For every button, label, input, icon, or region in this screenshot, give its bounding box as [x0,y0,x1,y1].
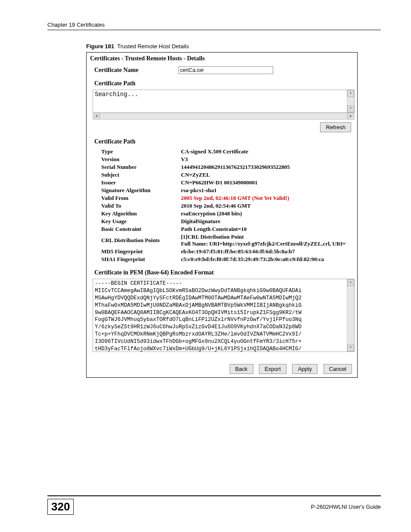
scroll-down-icon[interactable]: ▾ [347,345,354,352]
scroll-left-icon[interactable]: ◂ [93,113,100,119]
scroll-right-icon[interactable]: ▸ [347,113,354,119]
pem-text: -----BEGIN CERTIFICATE----- MIICvTCCAmeg… [95,280,302,352]
cert-name-input[interactable] [178,66,273,74]
pem-textarea[interactable]: -----BEGIN CERTIFICATE----- MIICvTCCAmeg… [93,279,355,352]
cert-path-label: Certificate Path [94,80,355,87]
validto-value: 2010 Sep 2nd, 02:54:46 GMT [181,202,355,210]
type-label: Type [101,148,181,156]
figure-title: Trusted Remote Host Details [117,43,189,50]
cert-path-box[interactable]: Searching... ▴ ▾ [93,90,355,113]
chapter-header: Chapter 19 Certificates [47,22,381,28]
validfrom-label: Valid From [101,194,181,202]
figure-caption: Figure 181 Trusted Remote Host Details [86,43,381,50]
export-button[interactable]: Export [259,364,286,374]
type-value: CA-signed X.509 Certificate [181,148,355,156]
validto-label: Valid To [101,202,181,210]
breadcrumb: Certificates - Trusted Remote Hosts - De… [90,55,355,62]
scrollbar-vertical[interactable]: ▴ ▾ [347,90,354,112]
issuer-value: CN=P662HW-D1 001349000001 [181,179,355,187]
subject-value: CN=ZyZEL [181,171,355,179]
sha1-value: c5:c0:e9:bd:fe:f0:8f:7d:35:29:49:73:2b:0… [181,255,355,263]
crl-label: CRL Distribution Points [101,236,181,244]
page-footer: 320 P-2602HWLNI User's Guide [47,493,381,515]
scroll-down-icon[interactable]: ▾ [347,106,354,112]
pem-label: Certificate in PEM (Base-64) Encoded For… [94,269,355,276]
md5-value: eb:be:19:67:f5:81:ff:be:85:63:66:ff:6d:5… [181,248,355,255]
scrollbar-horizontal[interactable]: ◂ ▸ [93,113,355,120]
pem-scrollbar[interactable]: ▴▾ [347,279,354,352]
figure-screenshot: Certificates - Trusted Remote Hosts - De… [86,52,358,378]
header-rule [47,30,381,30]
md5-label: MD5 Fingerprint [101,248,181,255]
figure-number: Figure 181 [86,43,114,50]
cert-name-label: Certificate Name [94,67,178,74]
cert-path-text: Searching... [95,91,138,98]
sigalg-label: Signature Algorithm [101,187,181,194]
scroll-up-icon[interactable]: ▴ [347,279,354,286]
crl-line2: Full Name: URI=http://zyxel-g97zfcjk2/Ce… [181,240,355,247]
apply-button[interactable]: Apply [292,364,318,374]
refresh-button[interactable]: Refresh [320,122,351,132]
serial-value: 144494120486291136762321733029693522805 [181,163,355,171]
footer-rule [47,495,381,496]
sha1-label: SHA1 Fingerprint [101,255,181,263]
basic-label: Basic Constraint [101,225,181,233]
back-button[interactable]: Back [230,364,253,374]
guide-name: P-2602HWLNI User's Guide [311,504,381,510]
validfrom-value: 2005 Sep 2nd, 02:46:18 GMT (Not Yet Vali… [181,194,355,202]
keyusage-label: Key Usage [101,218,181,225]
subject-label: Subject [101,171,181,179]
button-row: Back Export Apply Cancel [89,364,352,374]
cert-details: TypeCA-signed X.509 Certificate VersionV… [101,148,355,263]
cancel-button[interactable]: Cancel [324,364,352,374]
version-value: V3 [181,156,355,163]
crl-line1: [1]CRL Distribution Point [181,233,355,240]
basic-value: Path Length Constraint=10 [181,225,355,233]
keyalg-value: rsaEncryption (2048 bits) [181,210,355,218]
scroll-up-icon[interactable]: ▴ [347,90,354,97]
cert-path-label-2: Certificate Path [94,138,355,145]
keyusage-value: DigitalSignature [181,218,355,225]
issuer-label: Issuer [101,179,181,187]
version-label: Version [101,156,181,163]
sigalg-value: rsa-pkcs1-sha1 [181,187,355,194]
serial-label: Serial Number [101,163,181,171]
keyalg-label: Key Algorithm [101,210,181,218]
page-number: 320 [47,499,74,515]
crl-value: [1]CRL Distribution Point Full Name: URI… [181,233,355,248]
